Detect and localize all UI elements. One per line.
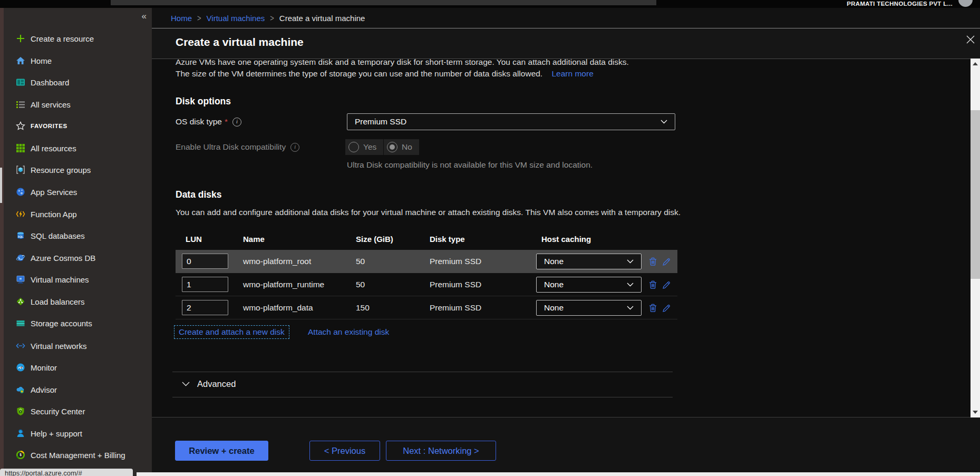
disk-options-heading: Disk options xyxy=(176,96,231,107)
intro-line-2: The size of the VM determines the type o… xyxy=(176,69,542,78)
advanced-expander[interactable]: Advanced xyxy=(182,375,236,392)
scroll-up-icon[interactable] xyxy=(971,60,980,68)
sidebar-item-monitor[interactable]: Monitor xyxy=(0,360,152,375)
data-disks-description: You can add and configure additional dat… xyxy=(176,207,739,218)
sidebar-item-dashboard[interactable]: Dashboard xyxy=(0,74,152,90)
breadcrumb-create-a-virtual-machine: Create a virtual machine xyxy=(279,14,365,23)
os-disk-type-select[interactable]: Premium SSD xyxy=(347,113,675,130)
sidebar-item-label: Home xyxy=(31,56,52,65)
no-label: No xyxy=(402,142,412,152)
info-icon[interactable]: i xyxy=(232,118,241,127)
delete-disk-icon[interactable] xyxy=(648,257,658,267)
sidebar-item-cost-management-billing[interactable]: $Cost Management + Billing xyxy=(0,447,152,463)
create-and-attach-disk-link[interactable]: Create and attach a new disk xyxy=(174,325,289,339)
resource-groups-icon xyxy=(16,165,25,174)
breadcrumb: Home>Virtual machines>Create a virtual m… xyxy=(171,8,365,28)
ultra-disk-yes-radio[interactable]: Yes xyxy=(345,139,383,155)
azure-cosmos-db-icon xyxy=(16,253,25,263)
sidebar-item-storage-accounts[interactable]: Storage accounts xyxy=(0,315,152,331)
scrollbar-thumb[interactable] xyxy=(971,110,980,279)
sidebar-item-create-a-resource[interactable]: Create a resource xyxy=(0,31,152,46)
disk-name: wmo-platform_runtime xyxy=(243,273,324,296)
lun-input[interactable] xyxy=(182,254,228,269)
data-disk-row: wmo-platform_root50Premium SSDNone xyxy=(176,250,677,273)
ultra-disk-no-radio[interactable]: No xyxy=(384,139,419,155)
lun-input[interactable] xyxy=(182,277,228,292)
host-caching-select[interactable]: None xyxy=(536,277,642,293)
sidebar-item-security-center[interactable]: Security Center xyxy=(0,403,152,419)
review-create-button[interactable]: Review + create xyxy=(175,441,268,461)
top-bar-strip xyxy=(111,0,656,5)
sidebar-item-sql-databases[interactable]: SQLSQL databases xyxy=(0,228,152,244)
function-app-icon xyxy=(16,209,25,219)
radio-checked-icon xyxy=(387,142,397,152)
sidebar-item-azure-cosmos-db[interactable]: Azure Cosmos DB xyxy=(0,250,152,266)
sidebar-item-virtual-machines[interactable]: Virtual machines xyxy=(0,271,152,287)
avatar[interactable] xyxy=(958,0,973,7)
sidebar-item-all-services[interactable]: All services xyxy=(0,96,152,112)
host-caching-select[interactable]: None xyxy=(536,300,642,316)
data-disks-heading: Data disks xyxy=(176,189,222,200)
breadcrumb-virtual-machines[interactable]: Virtual machines xyxy=(207,14,265,23)
sidebar-item-label: Resource groups xyxy=(31,166,91,174)
sidebar-item-load-balancers[interactable]: Load balancers xyxy=(0,294,152,309)
disks-tab-content: Azure VMs have one operating system disk… xyxy=(152,59,980,417)
svg-text:SQL: SQL xyxy=(18,235,23,238)
disk-type: Premium SSD xyxy=(430,296,481,319)
vertical-scrollbar[interactable] xyxy=(971,59,980,417)
sidebar-item-label: FAVORITES xyxy=(31,123,67,129)
sidebar-item-all-resources[interactable]: All resources xyxy=(0,140,152,156)
chevron-down-icon xyxy=(182,382,190,386)
sidebar-item-label: Storage accounts xyxy=(31,319,92,328)
sidebar-item-home[interactable]: Home xyxy=(0,53,152,69)
main-panel: Home>Virtual machines>Create a virtual m… xyxy=(152,8,980,476)
edit-disk-icon[interactable] xyxy=(662,257,672,267)
close-icon[interactable] xyxy=(966,35,975,44)
attach-existing-disk-link[interactable]: Attach an existing disk xyxy=(308,327,389,337)
chevron-down-icon xyxy=(661,120,667,124)
ultra-disk-label: Enable Ultra Disk compatibility i xyxy=(176,139,299,155)
info-icon[interactable]: i xyxy=(290,143,299,152)
next-networking-button[interactable]: Next : Networking > xyxy=(386,441,496,461)
radio-unchecked-icon xyxy=(348,142,359,152)
edit-disk-icon[interactable] xyxy=(662,303,672,313)
sidebar-item-label: Virtual machines xyxy=(31,275,89,284)
delete-disk-icon[interactable] xyxy=(648,280,658,290)
sidebar-item-resource-groups[interactable]: Resource groups xyxy=(0,162,152,178)
load-balancers-icon xyxy=(16,297,25,306)
sidebar-item-label: Virtual networks xyxy=(31,342,86,351)
status-url-tooltip: https://portal.azure.com/# xyxy=(0,469,133,476)
tenant-name[interactable]: PRAMATI TECHNOLOGIES PVT L... xyxy=(847,1,953,7)
edit-disk-icon[interactable] xyxy=(662,280,672,290)
scroll-down-icon[interactable] xyxy=(971,408,980,416)
sidebar-item-advisor[interactable]: Advisor xyxy=(0,382,152,397)
advisor-icon xyxy=(16,385,25,394)
data-disk-row: wmo-platform_data150Premium SSDNone xyxy=(176,296,677,319)
intro-line-1: Azure VMs have one operating system disk… xyxy=(176,59,629,68)
disk-links-row: Create and attach a new disk Attach an e… xyxy=(152,325,980,341)
lun-input[interactable] xyxy=(182,300,228,315)
sidebar-item-label: Azure Cosmos DB xyxy=(31,254,95,263)
sidebar-collapse-button[interactable]: « xyxy=(142,11,147,22)
divider xyxy=(172,372,673,372)
learn-more-link[interactable]: Learn more xyxy=(552,69,594,78)
column-header-lun: LUN xyxy=(186,235,202,244)
column-header-host-caching: Host caching xyxy=(541,235,591,244)
delete-disk-icon[interactable] xyxy=(648,303,658,313)
column-header-disk-type: Disk type xyxy=(430,235,465,244)
sidebar-item-app-services[interactable]: App Services xyxy=(0,184,152,200)
breadcrumb-home[interactable]: Home xyxy=(171,14,192,23)
column-header-name: Name xyxy=(243,235,265,244)
sidebar-item-virtual-networks[interactable]: Virtual networks xyxy=(0,338,152,354)
star-icon xyxy=(16,121,25,131)
sidebar-item-label: Advisor xyxy=(31,385,57,394)
disk-name: wmo-platform_root xyxy=(243,250,311,273)
sidebar-item-function-app[interactable]: Function App xyxy=(0,206,152,222)
advanced-label: Advanced xyxy=(197,379,236,389)
required-asterisk: * xyxy=(225,117,228,127)
host-caching-value: None xyxy=(544,303,564,313)
svg-text:$: $ xyxy=(20,453,22,457)
previous-button[interactable]: < Previous xyxy=(309,441,380,461)
host-caching-select[interactable]: None xyxy=(536,254,642,269)
sidebar-item-help-support[interactable]: Help + support xyxy=(0,425,152,441)
